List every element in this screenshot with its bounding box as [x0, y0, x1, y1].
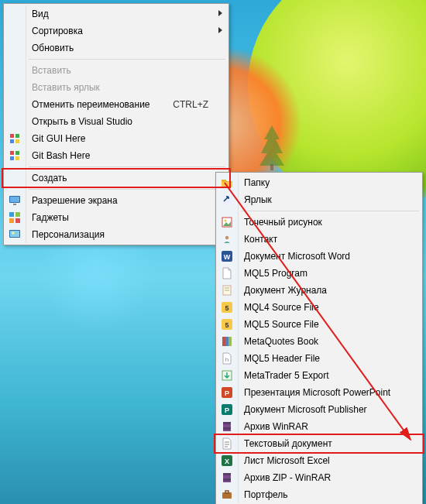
menu-item-label: Текстовый документ — [244, 438, 332, 449]
menu-item-label: Ярлык — [244, 194, 272, 205]
submenu-arrow-icon — [218, 27, 222, 33]
svg-rect-33 — [222, 337, 225, 346]
svg-rect-4 — [15, 139, 19, 143]
menu-item-label: Портфель — [244, 489, 288, 500]
menu-item-label: Архив WinRAR — [244, 421, 308, 432]
gadgets-icon — [9, 211, 21, 224]
svg-point-21 — [225, 220, 227, 222]
create-item-17[interactable]: XЛист Microsoft Excel — [239, 452, 421, 469]
create-item-9[interactable]: 5MQL5 Source File — [239, 316, 421, 333]
context-item-14[interactable]: Гаджеты — [27, 209, 227, 226]
context-item-9[interactable]: Git Bash Here — [27, 147, 227, 164]
menu-item-label: Контакт — [244, 234, 277, 245]
svg-rect-44 — [223, 427, 231, 430]
menu-item-label: Обновить — [32, 43, 74, 53]
svg-text:P: P — [225, 406, 229, 414]
menu-item-label: Документ Microsoft Publisher — [244, 404, 367, 415]
rar-icon — [221, 420, 233, 433]
personalize-icon — [9, 228, 21, 241]
mql-icon: 5 — [221, 301, 233, 314]
create-item-3[interactable]: Точечный рисунок — [239, 214, 421, 231]
export-icon — [221, 369, 233, 382]
txt-icon — [221, 437, 233, 450]
wallpaper-tree-icon — [256, 124, 288, 170]
svg-rect-43 — [223, 422, 231, 424]
svg-point-23 — [225, 236, 228, 239]
create-item-12[interactable]: MetaTrader 5 Export — [239, 367, 421, 384]
create-item-4[interactable]: Контакт — [239, 231, 421, 248]
context-item-13[interactable]: Разрешение экрана — [27, 192, 227, 209]
menu-item-label: Вставить ярлык — [32, 82, 100, 93]
svg-rect-52 — [223, 478, 231, 481]
journal-icon — [221, 284, 233, 297]
context-item-6[interactable]: Отменить переименованиеCTRL+Z — [27, 96, 227, 113]
menu-item-label: Архив ZIP - WinRAR — [244, 472, 331, 483]
menu-item-label: Точечный рисунок — [244, 217, 322, 228]
svg-rect-3 — [10, 139, 14, 143]
context-item-4: Вставить — [27, 62, 227, 79]
git-icon — [9, 149, 21, 162]
menu-icon-column — [5, 5, 26, 243]
svg-rect-12 — [9, 212, 14, 217]
create-item-0[interactable]: Папку — [239, 174, 421, 191]
menu-separator — [29, 189, 225, 190]
bmp-icon — [221, 216, 233, 228]
create-item-1[interactable]: Ярлык — [239, 191, 421, 208]
create-item-6[interactable]: MQL5 Program — [239, 265, 421, 282]
create-item-16[interactable]: Текстовый документ — [239, 435, 421, 452]
svg-point-18 — [12, 232, 15, 235]
submenu-arrow-icon — [218, 10, 222, 16]
create-item-5[interactable]: WДокумент Microsoft Word — [239, 248, 421, 265]
menu-separator — [29, 59, 225, 60]
context-item-11[interactable]: Создать — [27, 170, 227, 187]
svg-rect-17 — [10, 231, 19, 237]
menu-item-label: Лист Microsoft Excel — [244, 455, 330, 466]
create-item-7[interactable]: Документ Журнала — [239, 282, 421, 299]
create-item-18[interactable]: Архив ZIP - WinRAR — [239, 469, 421, 486]
svg-rect-51 — [223, 473, 231, 475]
menu-item-label: Презентация Microsoft PowerPoint — [244, 387, 390, 398]
svg-rect-6 — [15, 151, 19, 155]
create-item-11[interactable]: hMQL5 Header File — [239, 350, 421, 367]
svg-rect-7 — [10, 156, 14, 160]
git-icon — [9, 132, 21, 145]
menu-item-shortcut: CTRL+Z — [173, 96, 208, 113]
context-item-0[interactable]: Вид — [27, 5, 227, 22]
svg-rect-10 — [10, 197, 19, 202]
context-item-2[interactable]: Обновить — [27, 39, 227, 57]
menu-item-label: Открыть в Visual Studio — [32, 116, 132, 127]
desktop-background: ВидСортировкаОбновитьВставитьВставить яр… — [0, 0, 426, 504]
menu-item-label: Git Bash Here — [32, 150, 90, 161]
ppt-icon: P — [221, 386, 233, 399]
context-item-8[interactable]: Git GUI Here — [27, 130, 227, 147]
menu-item-label: MetaTrader 5 Export — [244, 370, 329, 381]
svg-rect-54 — [225, 491, 228, 493]
book-icon — [221, 335, 233, 348]
context-item-5: Вставить ярлык — [27, 79, 227, 96]
menu-item-label: Персонализация — [32, 229, 105, 240]
pub-icon: P — [221, 403, 233, 416]
menu-item-label: Отменить переименование — [32, 99, 150, 110]
svg-rect-14 — [9, 218, 14, 223]
create-submenu: ПапкуЯрлыкТочечный рисунокКонтактWДокуме… — [215, 172, 423, 504]
create-item-15[interactable]: Архив WinRAR — [239, 418, 421, 435]
screen-icon — [9, 194, 21, 207]
svg-text:h: h — [225, 356, 228, 363]
menu-item-label: Вид — [32, 9, 49, 19]
context-item-7[interactable]: Открыть в Visual Studio — [27, 113, 227, 130]
file-icon — [221, 267, 233, 279]
context-item-15[interactable]: Персонализация — [27, 226, 227, 243]
svg-rect-2 — [15, 134, 19, 138]
create-item-13[interactable]: PПрезентация Microsoft PowerPoint — [239, 384, 421, 401]
desktop-context-menu: ВидСортировкаОбновитьВставитьВставить яр… — [3, 3, 229, 245]
context-item-1[interactable]: Сортировка — [27, 22, 227, 39]
create-item-8[interactable]: 5MQL4 Source File — [239, 299, 421, 316]
create-item-10[interactable]: MetaQuotes Book — [239, 333, 421, 350]
menu-item-label: Документ Журнала — [244, 285, 327, 296]
contact-icon — [221, 233, 233, 245]
create-item-14[interactable]: PДокумент Microsoft Publisher — [239, 401, 421, 418]
svg-rect-5 — [10, 151, 14, 155]
header-icon: h — [221, 352, 233, 365]
create-item-19[interactable]: Портфель — [239, 486, 421, 503]
menu-item-label: Разрешение экрана — [32, 195, 118, 206]
